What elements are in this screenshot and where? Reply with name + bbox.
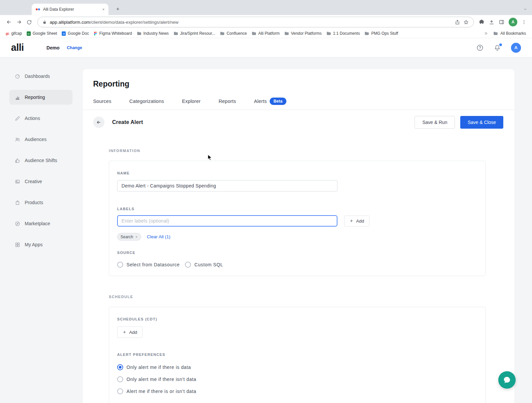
add-label-button[interactable]: Add (344, 216, 369, 227)
preference-option-no-data[interactable]: Only alert me if there isn't data (117, 373, 477, 385)
folder-icon (137, 31, 142, 35)
browser-menu-icon[interactable] (521, 19, 527, 25)
alert-preferences-label: ALERT PREFERENCES (117, 353, 477, 357)
labels-label: LABELS (117, 207, 135, 211)
sidebar-item-audience-shifts[interactable]: Audience Shifts (9, 153, 72, 168)
browser-profile-avatar[interactable]: A (509, 18, 517, 26)
bookmark-folder-jira[interactable]: Jira/Sprint Resour... (171, 30, 218, 37)
bookmark-google-doc[interactable]: Google Doc (59, 30, 91, 37)
sidebar-item-audiences[interactable]: Audiences (9, 132, 72, 147)
url-text: app.alliplatform.com/client/demo/data-ex… (50, 20, 179, 25)
preference-option-either[interactable]: Alert me if there is or isn't data (117, 385, 477, 397)
alli-logo[interactable]: alli (11, 42, 24, 53)
sidebar-item-dashboards[interactable]: Dashboards (9, 69, 72, 84)
dashboards-icon (15, 74, 20, 79)
bookmarks-bar: gcgifcap Google Sheet Google Doc Figma W… (0, 29, 532, 38)
bookmarks-overflow-chevron-icon[interactable] (481, 31, 491, 35)
name-label: NAME (117, 171, 130, 175)
google-sheet-icon (27, 31, 31, 36)
beta-badge: Beta (270, 98, 286, 105)
source-label: SOURCE (117, 251, 136, 255)
radio-icon (117, 376, 123, 382)
label-chip-search[interactable]: Search (117, 233, 141, 241)
folder-icon (364, 31, 369, 35)
notifications-bell-icon[interactable] (494, 44, 501, 51)
chat-widget-button[interactable] (498, 371, 516, 389)
sidebar-item-reporting[interactable]: Reporting (9, 90, 72, 105)
alert-name-input[interactable] (117, 180, 337, 191)
plus-icon (122, 330, 126, 334)
bookmark-folder-11-documents[interactable]: 1:1 Documents (324, 30, 362, 37)
tab-categorizations[interactable]: Categorizations (129, 99, 164, 104)
refresh-button[interactable] (24, 17, 34, 27)
app-header: alli Demo Change A (0, 38, 532, 57)
source-option-datasource[interactable]: Select from Datasource (117, 262, 180, 268)
clear-all-link[interactable]: Clear All (1) (147, 234, 171, 239)
sidebar-item-my-apps[interactable]: My Apps (9, 237, 72, 252)
radio-icon (185, 262, 191, 268)
change-client-link[interactable]: Change (67, 45, 82, 50)
labels-input[interactable] (117, 215, 337, 227)
save-run-button[interactable]: Save & Run (415, 116, 455, 129)
tab-alerts[interactable]: Alerts Beta (254, 98, 286, 105)
client-name: Demo (46, 45, 59, 50)
actions-icon (15, 116, 20, 121)
tabs-divider (83, 110, 514, 110)
extensions-icon[interactable] (479, 19, 485, 25)
bookmark-folder-industry-news[interactable]: Industry News (135, 30, 171, 37)
save-close-button[interactable]: Save & Close (460, 116, 503, 129)
sidebar: Dashboards Reporting Actions Audiences A… (0, 57, 83, 403)
tab-close-icon[interactable] (102, 8, 105, 11)
figma-icon (93, 31, 97, 36)
tab-sources[interactable]: Sources (93, 99, 111, 104)
new-tab-button[interactable] (113, 5, 122, 13)
tab-reports[interactable]: Reports (219, 99, 236, 104)
bookmark-figma[interactable]: Figma Whiteboard (91, 30, 134, 37)
radio-icon (117, 388, 123, 394)
radio-icon (117, 262, 123, 268)
bookmark-folder-pmg-ops[interactable]: PMG Ops Stuff (362, 30, 400, 37)
folder-icon (174, 31, 178, 35)
browser-toolbar: app.alliplatform.com/client/demo/data-ex… (0, 15, 532, 29)
tab-search-chevron-icon[interactable] (523, 7, 527, 11)
lock-icon (42, 20, 47, 24)
sidebar-item-products[interactable]: Products (9, 195, 72, 210)
sidebar-item-marketplace[interactable]: Marketplace (9, 216, 72, 231)
all-bookmarks-button[interactable]: All Bookmarks (491, 30, 529, 37)
reporting-tabs: Sources Categorizations Explorer Reports… (93, 98, 503, 105)
sidebar-item-actions[interactable]: Actions (9, 111, 72, 126)
bookmark-folder-confluence[interactable]: Confluence (218, 30, 249, 37)
preference-option-data[interactable]: Only alert me if there is data (117, 361, 477, 373)
downloads-icon[interactable] (489, 19, 495, 25)
bookmark-star-icon[interactable] (463, 19, 469, 25)
address-bar[interactable]: app.alliplatform.com/client/demo/data-ex… (37, 17, 474, 27)
add-schedule-button[interactable]: Add (117, 326, 143, 338)
creative-icon (15, 179, 20, 184)
audience-shifts-icon (15, 158, 20, 163)
schedule-section-label: SCHEDULE (109, 295, 503, 299)
bookmark-folder-vendor-platforms[interactable]: Vendor Platforms (282, 30, 324, 37)
bookmark-google-sheet[interactable]: Google Sheet (24, 30, 59, 37)
back-button-circle[interactable] (93, 117, 104, 128)
notification-dot (499, 43, 502, 46)
audiences-icon (15, 137, 20, 142)
folder-icon (284, 31, 289, 35)
share-icon[interactable] (455, 19, 460, 25)
tab-explorer[interactable]: Explorer (182, 99, 201, 104)
sidebar-item-creative[interactable]: Creative (9, 174, 72, 189)
user-avatar[interactable]: A (511, 43, 521, 53)
side-panel-icon[interactable] (499, 19, 505, 25)
source-option-custom-sql[interactable]: Custom SQL (185, 262, 223, 268)
browser-tab[interactable]: Alli Data Explorer (32, 4, 108, 15)
reporting-panel: Reporting Sources Categorizations Explor… (83, 69, 514, 403)
help-icon[interactable] (476, 44, 484, 51)
back-button[interactable] (4, 17, 14, 27)
folder-icon (326, 31, 331, 35)
bookmark-folder-alli-platform[interactable]: Alli Platform (249, 30, 282, 37)
marketplace-icon (15, 221, 20, 227)
forward-button[interactable] (14, 17, 24, 27)
tab-favicon-icon (36, 7, 40, 12)
bookmark-gifcap[interactable]: gcgifcap (3, 30, 24, 37)
radio-checked-icon (117, 364, 123, 370)
schedules-label: SCHEDULES (CDT) (117, 317, 157, 321)
